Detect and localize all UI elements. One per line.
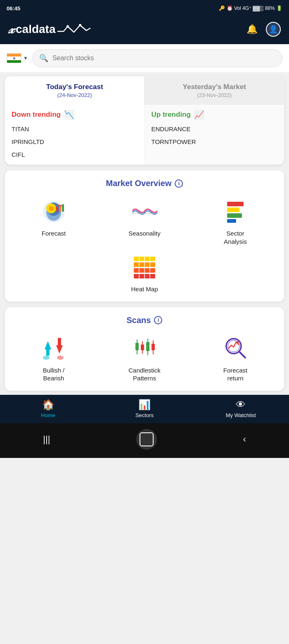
android-home-button[interactable] (136, 429, 157, 450)
forecast-body: Down trending 📉 TITAN IPRINGLTD CIFL Up … (5, 105, 284, 165)
svg-rect-9 (62, 204, 64, 212)
forecast-card: Today's Forecast (24-Nov-2022) Yesterday… (5, 76, 284, 165)
seasonality-icon-svg (130, 197, 159, 225)
yesterday-tab-title: Yesterday's Market (152, 83, 278, 91)
home-icon: 🏠 (42, 399, 54, 410)
search-icon: 🔍 (39, 54, 48, 63)
svg-rect-14 (227, 219, 236, 223)
yesterday-tab-date: (23-Nov-2022) (152, 92, 278, 98)
candlestick-label: CandlestickPatterns (128, 366, 161, 382)
up-trending-label: Up trending 📈 (152, 110, 278, 120)
android-back-button[interactable]: ‹ (243, 434, 246, 445)
status-icons-text: 🔑 ⏰ Vol 4G⁺ ▓▓▒ 88% 🔋 (219, 5, 282, 11)
search-container: ⊕ ▼ 🔍 (0, 44, 289, 72)
home-label: Home (41, 412, 55, 418)
stock-titan[interactable]: TITAN (12, 125, 138, 132)
scans-title: Scans i (12, 316, 277, 325)
down-trending-section: Down trending 📉 TITAN IPRINGLTD CIFL (5, 105, 144, 165)
header-icons: 🔔 👤 (246, 22, 281, 37)
main-content: Today's Forecast (24-Nov-2022) Yesterday… (0, 72, 289, 395)
market-overview-sector-analysis[interactable]: SectorAnalysis (193, 196, 277, 245)
scan-bullish-bearish[interactable]: Bullish /Bearish (12, 333, 96, 382)
app-logo: 𝓍 caldata (8, 21, 90, 37)
forecast-return-label: Forecastreturn (223, 366, 247, 382)
svg-rect-32 (141, 344, 144, 350)
scans-info-icon[interactable]: i (154, 316, 162, 324)
sectors-icon: 📊 (138, 399, 151, 410)
logo-text: caldata (16, 23, 56, 36)
sector-analysis-icon-wrap (221, 196, 250, 225)
scan-candlestick-patterns[interactable]: CandlestickPatterns (102, 333, 187, 382)
seasonality-icon-wrap (130, 196, 159, 225)
country-selector[interactable]: ⊕ ▼ (7, 53, 28, 63)
nav-sectors[interactable]: 📊 Sectors (96, 399, 192, 418)
sectors-label: Sectors (135, 412, 154, 418)
market-overview-heatmap[interactable]: Heat Map (130, 252, 159, 293)
today-tab-date: (24-Nov-2022) (12, 92, 138, 98)
scans-card: Scans i (5, 307, 284, 391)
up-trending-stocks: ENDURANCE TORNTPOWER (152, 125, 278, 145)
market-overview-title-text: Market Overview (106, 179, 172, 188)
down-trending-stocks: TITAN IPRINGLTD CIFL (12, 125, 138, 158)
android-home-square (140, 432, 154, 446)
svg-point-0 (66, 25, 69, 28)
forecast-tabs: Today's Forecast (24-Nov-2022) Yesterday… (5, 76, 284, 105)
down-trending-text: Down trending (12, 111, 61, 119)
svg-rect-35 (146, 342, 149, 351)
svg-rect-8 (59, 206, 61, 212)
notification-icon[interactable]: 🔔 (246, 24, 258, 35)
today-forecast-tab[interactable]: Today's Forecast (24-Nov-2022) (5, 76, 144, 105)
ashoka-chakra: ⊕ (13, 57, 16, 60)
search-input[interactable] (52, 54, 275, 62)
search-box[interactable]: 🔍 (32, 49, 282, 67)
status-bar: 06:45 🔑 ⏰ Vol 4G⁺ ▓▓▒ 88% 🔋 (0, 0, 289, 17)
india-flag: ⊕ (7, 53, 21, 63)
scan-forecast-return[interactable]: Forecastreturn (193, 333, 277, 382)
bottom-nav: 🏠 Home 📊 Sectors 👁 My Watchlist (0, 395, 289, 423)
stock-torntpower[interactable]: TORNTPOWER (152, 138, 278, 145)
nav-home[interactable]: 🏠 Home (0, 399, 96, 418)
android-menu-button[interactable]: ||| (43, 434, 50, 445)
android-nav-bar: ||| ‹ (0, 423, 289, 458)
svg-point-1 (79, 24, 81, 26)
yesterday-market-tab[interactable]: Yesterday's Market (23-Nov-2022) (145, 76, 284, 105)
heatmap-label: Heat Map (131, 285, 158, 293)
stock-cifl[interactable]: CIFL (12, 151, 138, 158)
market-overview-bottom: Heat Map (12, 252, 277, 293)
svg-rect-13 (227, 213, 242, 218)
up-trending-section: Up trending 📈 ENDURANCE TORNTPOWER (144, 105, 284, 165)
svg-text:⚙: ⚙ (49, 205, 54, 212)
today-tab-title: Today's Forecast (12, 83, 138, 91)
sector-analysis-icon-svg (221, 197, 249, 225)
svg-point-26 (43, 356, 50, 360)
watchlist-label: My Watchlist (226, 412, 256, 418)
forecast-return-icon-svg (221, 334, 249, 362)
svg-rect-12 (227, 208, 239, 212)
market-overview-seasonality[interactable]: Seasonality (102, 196, 187, 245)
profile-avatar[interactable]: 👤 (266, 22, 281, 37)
app-header: 𝓍 caldata 🔔 👤 (0, 17, 289, 44)
market-overview-info-icon[interactable]: i (175, 179, 183, 188)
forecast-icon-svg: ⚙ (40, 197, 68, 225)
flag-green-stripe (7, 60, 21, 63)
nav-watchlist[interactable]: 👁 My Watchlist (193, 399, 289, 418)
stock-ipringltd[interactable]: IPRINGLTD (12, 138, 138, 145)
country-dropdown-arrow: ▼ (23, 55, 28, 61)
down-trending-label: Down trending 📉 (12, 110, 138, 120)
svg-point-27 (57, 356, 64, 360)
svg-line-42 (239, 351, 245, 358)
bullish-bearish-icon-wrap (39, 333, 68, 362)
svg-rect-38 (152, 344, 155, 350)
status-right-icons: 🔑 ⏰ Vol 4G⁺ ▓▓▒ 88% 🔋 (219, 5, 282, 11)
logo-line-svg (57, 23, 90, 35)
status-time: 06:45 (7, 5, 20, 12)
logo-x: 𝓍 (8, 21, 14, 37)
market-overview-title: Market Overview i (12, 179, 277, 188)
stock-endurance[interactable]: ENDURANCE (152, 125, 278, 132)
market-overview-forecast[interactable]: ⚙ Forecast (12, 196, 96, 245)
forecast-return-icon-wrap (221, 333, 250, 362)
watchlist-icon: 👁 (236, 399, 246, 410)
profile-icon: 👤 (269, 25, 278, 34)
market-overview-card: Market Overview i ⚙ (5, 170, 284, 302)
svg-rect-25 (58, 338, 61, 347)
